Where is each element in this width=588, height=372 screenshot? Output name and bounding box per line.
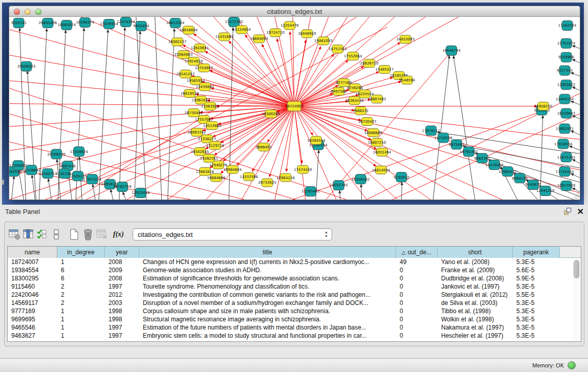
table-cell[interactable]: 14569117 (8, 299, 57, 307)
graph-node[interactable]: 10196374 (76, 17, 94, 27)
graph-edge[interactable] (155, 17, 162, 200)
network-canvas[interactable]: 3055741206914061856307410196374150769541… (9, 17, 580, 200)
column-header-name[interactable]: name (8, 247, 57, 258)
table-cell[interactable]: 19384554 (8, 266, 57, 274)
table-cell[interactable]: 1 (57, 307, 105, 315)
table-cell[interactable]: 0 (396, 332, 438, 340)
graph-node[interactable]: 12342757 (39, 169, 57, 179)
graph-node[interactable]: 17359924 (70, 147, 88, 157)
graph-edge[interactable] (572, 159, 579, 163)
graph-node[interactable]: 20506503 (17, 61, 35, 71)
graph-node[interactable]: 3055741 (11, 18, 27, 28)
graph-node[interactable]: 15751074 (557, 38, 576, 48)
graph-node[interactable]: 6497568 (331, 87, 346, 96)
graph-edge[interactable] (572, 115, 579, 119)
graph-node[interactable]: 20826710 (360, 59, 378, 68)
table-row[interactable]: 946554611997Estimation of the future num… (8, 323, 581, 332)
graph-edge[interactable] (10, 106, 294, 177)
table-row[interactable]: 1830029562008Estimation of significance … (8, 274, 581, 282)
table-cell[interactable]: Genome-wide association studies in ADHD. (139, 266, 396, 274)
graph-node[interactable]: 20732625 (258, 179, 276, 187)
table-cell[interactable]: Jankovic et al. (1997) (438, 282, 513, 291)
table-cell[interactable]: 49 (396, 258, 438, 266)
table-cell[interactable]: 0 (396, 291, 438, 299)
graph-edge[interactable] (10, 30, 294, 106)
table-cell[interactable]: 0 (396, 323, 438, 332)
table-cell[interactable]: 1997 (105, 282, 139, 291)
table-cell[interactable]: 2 (57, 291, 105, 299)
table-cell[interactable]: 5.3E-5 (513, 315, 560, 323)
graph-edge[interactable] (571, 101, 579, 105)
graph-edge[interactable] (10, 104, 294, 106)
table-cell[interactable]: 9777169 (8, 307, 57, 315)
table-row[interactable]: 911546021997Tourette syndrome. Phenomeno… (8, 282, 581, 291)
graph-node[interactable]: 12444154 (556, 94, 574, 104)
table-cell[interactable]: 18300295 (8, 274, 57, 282)
graph-node[interactable]: 16014054 (372, 166, 390, 174)
graph-node[interactable]: 16946950 (298, 30, 316, 38)
column-header-short[interactable]: short (438, 247, 513, 258)
graph-edge[interactable] (12, 176, 14, 200)
graph-node[interactable]: 13337596 (240, 172, 258, 181)
graph-node[interactable]: 19861093 (314, 37, 332, 45)
graph-node[interactable]: 7986372 (353, 107, 368, 115)
graph-edge[interactable] (401, 182, 402, 200)
graph-node[interactable]: 20206576 (48, 149, 66, 159)
graph-edge[interactable] (19, 170, 24, 200)
table-cell[interactable]: Estimation of significance thresholds fo… (139, 274, 396, 282)
table-cell[interactable]: 1998 (105, 307, 139, 315)
graph-node[interactable]: 11162504 (558, 20, 577, 30)
table-scrollbar[interactable] (573, 259, 580, 341)
graph-edge[interactable] (572, 46, 579, 49)
row-height-icon[interactable] (49, 228, 63, 241)
table-cell[interactable]: Disruption of a novel member of a sodium… (139, 299, 396, 307)
graph-node[interactable]: 15485527 (376, 65, 394, 74)
graph-node[interactable]: 19724710 (266, 29, 284, 37)
graph-node[interactable]: 17474340 (294, 165, 312, 173)
graph-edge[interactable] (124, 17, 294, 106)
table-cell[interactable]: 0 (396, 274, 438, 282)
float-panel-icon[interactable] (563, 207, 572, 216)
table-cell[interactable]: Embryonic stem cells: a model to study s… (139, 332, 396, 340)
graph-edge[interactable] (361, 184, 362, 200)
graph-node[interactable]: 15692971 (556, 124, 574, 134)
graph-edge[interactable] (206, 106, 294, 200)
table-cell[interactable]: Franke et al. (2009) (438, 266, 513, 274)
graph-node[interactable]: 16648794 (442, 46, 461, 55)
table-cell[interactable]: Tibbo et al. (1998) (438, 307, 513, 315)
table-cell[interactable]: 1997 (105, 323, 139, 332)
graph-node[interactable]: 16720407 (358, 117, 376, 125)
table-cell[interactable]: 0 (396, 299, 438, 307)
table-row[interactable]: 969969511998Structural magnetic resonanc… (8, 315, 581, 323)
resize-grip-icon[interactable] (573, 193, 579, 199)
graph-edge[interactable] (119, 28, 125, 200)
table-cell[interactable]: Stergiakouli et al. (2012) (438, 291, 513, 299)
table-cell[interactable]: 0 (396, 282, 438, 291)
graph-node[interactable]: 11431683 (215, 33, 233, 41)
table-cell[interactable]: 2003 (105, 299, 139, 307)
table-cell[interactable]: 2008 (105, 258, 139, 266)
table-cell[interactable]: 2008 (105, 274, 139, 282)
graph-node[interactable]: 16902227 (168, 38, 186, 46)
graph-node[interactable]: 12470462 (485, 160, 503, 170)
graph-node[interactable]: 9227343 (557, 65, 573, 75)
graph-edge[interactable] (10, 55, 294, 106)
show-columns-icon[interactable] (21, 228, 35, 241)
graph-edge[interactable] (571, 73, 579, 76)
table-cell[interactable]: 1998 (105, 315, 139, 323)
table-cell[interactable]: 2009 (105, 266, 139, 274)
graph-node[interactable]: 12374354 (117, 17, 135, 27)
graph-edge[interactable] (205, 51, 294, 106)
table-cell[interactable]: 2012 (105, 291, 139, 299)
table-cell[interactable]: Dudbridge et al. (2008) (438, 274, 513, 282)
table-cell[interactable]: Estimation of the future numbers of pati… (139, 323, 396, 332)
graph-edge[interactable] (210, 106, 294, 168)
table-cell[interactable]: 9699695 (8, 315, 57, 323)
table-cell[interactable]: 5.3E-5 (513, 332, 560, 340)
graph-node[interactable]: 18032745 (330, 181, 347, 190)
table-cell[interactable]: 5.3E-5 (513, 282, 560, 291)
table-cell[interactable]: Tourette syndrome. Phenomenology and cla… (139, 282, 396, 291)
graph-edge[interactable] (168, 29, 175, 200)
graph-edge[interactable] (111, 189, 113, 200)
graph-edge[interactable] (27, 71, 36, 200)
